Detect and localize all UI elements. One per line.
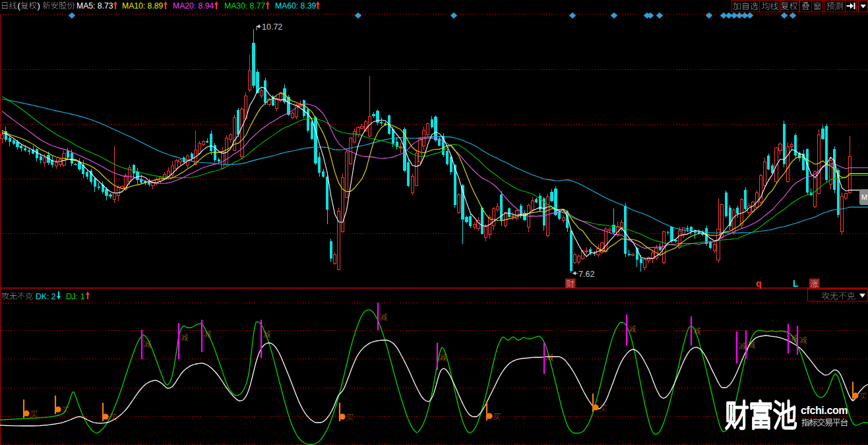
svg-text:7.62: 7.62 [578, 270, 594, 279]
svg-text:DK: 2: DK: 2 [36, 292, 56, 301]
svg-text:MA20: 8.94: MA20: 8.94 [173, 1, 214, 11]
svg-text:MA30: 8.77: MA30: 8.77 [224, 1, 266, 11]
svg-text:(: ( [18, 1, 21, 11]
svg-text:10.72: 10.72 [262, 22, 282, 32]
svg-text:MA5: 8.73: MA5: 8.73 [77, 1, 113, 11]
svg-text:M: M [861, 193, 867, 201]
svg-text:MA10: 8.89: MA10: 8.89 [122, 1, 164, 11]
svg-text:): ) [38, 1, 40, 11]
svg-text:cfchi.com: cfchi.com [801, 405, 848, 416]
svg-text:q: q [756, 278, 762, 289]
svg-text:DJ: 1: DJ: 1 [66, 292, 85, 301]
svg-text:L: L [793, 278, 799, 289]
svg-text:MA60: 8.39: MA60: 8.39 [275, 1, 317, 11]
